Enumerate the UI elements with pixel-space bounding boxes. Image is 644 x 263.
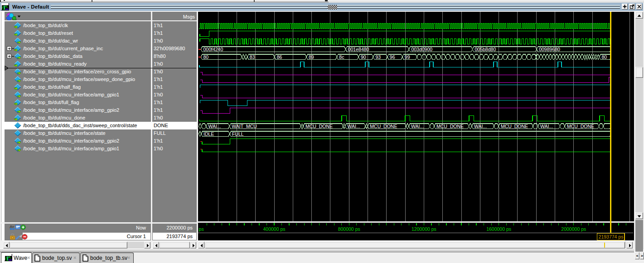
svg-text:96: 96 [390,54,395,60]
svg-text:MCU_DONE: MCU_DONE [567,124,594,129]
svg-text:MCU_DONE: MCU_DONE [501,124,528,129]
svg-text:99: 99 [405,54,410,60]
svg-text:WAI...: WAI... [348,124,360,129]
svg-text:FULL: FULL [232,131,244,137]
svg-text:86: 86 [277,54,282,60]
svg-text:WAI...: WAI... [474,124,487,129]
svg-text:0 ps: 0 ps [198,226,204,232]
svg-text:83: 83 [250,54,255,60]
svg-text:800000 ps: 800000 ps [338,226,360,232]
svg-text:00989680: 00989680 [539,47,560,52]
svg-text:2000000 ps: 2000000 ps [561,226,586,232]
svg-text:v: v [12,225,14,228]
svg-text:93: 93 [375,54,381,60]
svg-text:8c: 8c [339,54,344,60]
svg-text:005b8d80: 005b8d80 [475,47,496,52]
svg-text:WAIT_MCU: WAIT_MCU [232,124,257,129]
svg-text:80: 80 [602,54,607,60]
svg-text:001e8480: 001e8480 [348,47,369,52]
svg-text:1600000 ps: 1600000 ps [486,226,511,232]
svg-text:1200000 ps: 1200000 ps [412,226,436,232]
svg-text:WAI...: WAI... [208,124,221,129]
svg-text:MCU_DONE: MCU_DONE [436,124,464,129]
svg-text:2193774 ps: 2193774 ps [599,234,624,239]
svg-text:IDLE: IDLE [203,131,214,137]
svg-text:90: 90 [361,54,366,60]
svg-text:89: 89 [309,54,314,60]
svg-text:WAI...: WAI... [411,124,424,129]
svg-text:000f4240: 000f4240 [203,47,223,52]
svg-text:400000 ps: 400000 ps [263,226,285,232]
svg-text:003d0900: 003d0900 [411,47,432,52]
svg-text:WAI...: WAI... [540,124,553,129]
svg-text:80: 80 [203,54,209,60]
svg-text:MCU_DONE: MCU_DONE [370,124,397,129]
svg-text:MCU_DONE: MCU_DONE [305,124,333,129]
